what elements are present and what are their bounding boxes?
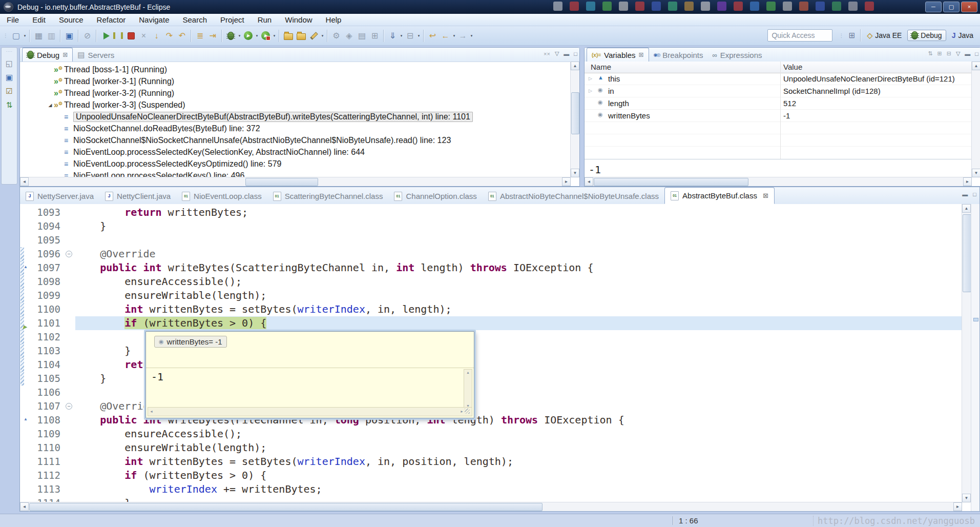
maximize-view-icon[interactable]: □	[574, 51, 577, 57]
code-text[interactable]: writerIndex += writtenBytes;	[75, 482, 962, 496]
dropdown-arrow-icon[interactable]: ▾	[255, 34, 259, 38]
line-number[interactable]: 1100	[29, 302, 64, 316]
current-line-marker[interactable]	[973, 318, 978, 321]
code-text[interactable]: ensureAccessible();	[75, 427, 962, 441]
column-divider[interactable]	[780, 62, 781, 159]
taskbar-app-icon[interactable]	[848, 2, 858, 11]
dropdown-arrow-icon[interactable]: ▾	[469, 34, 474, 38]
maximize-view-icon[interactable]: □	[975, 51, 978, 57]
line-number[interactable]: 1099	[29, 289, 64, 302]
open-perspective-icon[interactable]: ⊞	[845, 29, 858, 42]
minimize-view-icon[interactable]: ▬	[965, 51, 970, 57]
menu-search[interactable]: Search	[176, 15, 214, 24]
menu-help[interactable]: Help	[319, 15, 348, 24]
code-line[interactable]: 1094 }	[20, 219, 962, 233]
tree-expander-icon[interactable]: ▷	[589, 76, 592, 81]
collapse-icon[interactable]: −	[66, 403, 72, 410]
show-logical-structure-icon[interactable]: ⊞	[937, 50, 942, 57]
taskbar-app-icon[interactable]	[816, 2, 825, 11]
stack-frame-row[interactable]: ≡NioEventLoop.processSelectedKey(Selecti…	[20, 146, 571, 158]
scroll-left-arrow[interactable]: ◄	[20, 177, 29, 186]
dropdown-arrow-icon[interactable]: ▾	[237, 34, 242, 38]
restore-views-icon[interactable]: ◱	[6, 59, 13, 68]
scroll-right-arrow[interactable]: ►	[460, 410, 464, 413]
menu-run[interactable]: Run	[251, 15, 279, 24]
line-number[interactable]: 1096	[29, 247, 64, 261]
code-line[interactable]: 1100 int writtenBytes = setBytes(writerI…	[20, 302, 962, 316]
tree-expander-icon[interactable]: ◢	[47, 103, 54, 108]
line-number[interactable]: 1101	[29, 316, 64, 330]
tree-expander-icon[interactable]: ▷	[589, 88, 592, 93]
code-line[interactable]: 1098 ensureAccessible();	[20, 275, 962, 289]
minimize-view-icon[interactable]: ▬	[564, 51, 569, 57]
dropdown-arrow-icon[interactable]: ▾	[399, 34, 404, 38]
taskbar-app-icon[interactable]	[701, 2, 710, 11]
scroll-down-arrow[interactable]: ▼	[962, 494, 971, 502]
open-console-icon[interactable]: ▣	[63, 29, 76, 43]
editor-vertical-scrollbar[interactable]: ▲ ▼	[962, 204, 971, 502]
code-text[interactable]: ensureAccessible();	[75, 275, 962, 289]
close-button[interactable]: ×	[961, 2, 977, 12]
console-view-icon[interactable]: ▣	[6, 73, 13, 82]
code-text[interactable]: ensureWritable(length);	[75, 441, 962, 455]
code-text[interactable]: @Override	[75, 247, 962, 261]
close-tab-icon[interactable]: ⊠	[638, 51, 643, 58]
minimize-button[interactable]: ─	[925, 2, 942, 12]
stack-frame-row[interactable]: ≡NioEventLoop.processSelectedKeysOptimiz…	[20, 158, 571, 170]
step-over-icon[interactable]: ↷	[163, 29, 176, 43]
code-line[interactable]: 1110 ensureWritable(length);	[20, 441, 962, 455]
taskbar-app-icon[interactable]	[865, 2, 874, 11]
remove-terminated-icon[interactable]: ××	[544, 51, 550, 57]
taskbar-app-icon[interactable]	[635, 2, 644, 11]
menu-file[interactable]: File	[0, 15, 26, 24]
dropdown-arrow-icon[interactable]: ▾	[320, 34, 325, 38]
code-text[interactable]: if (writtenBytes > 0) {	[75, 316, 962, 330]
detail-pane-divider[interactable]	[585, 159, 972, 159]
taskbar-app-icon[interactable]	[766, 2, 776, 11]
code-text[interactable]: if (writtenBytes > 0) {	[75, 469, 962, 482]
collapse-all-icon[interactable]: ⊟	[947, 50, 951, 57]
taskbar-app-icon[interactable]	[832, 2, 841, 11]
perspective-java-ee[interactable]: ◇Java EE	[863, 30, 905, 40]
editor-tab-abstractniobytechannel-niobyteunsafe-class[interactable]: 01AbstractNioByteChannel$NioByteUnsafe.c…	[483, 188, 664, 204]
scroll-right-arrow[interactable]: ►	[562, 177, 571, 186]
edit-icon[interactable]	[307, 29, 320, 43]
last-edit-location-icon[interactable]: ↩	[426, 29, 439, 43]
taskbar-app-icon[interactable]	[717, 2, 726, 11]
disconnect-icon[interactable]: ×	[137, 29, 150, 43]
code-line[interactable]: 1111 int writtenBytes = setBytes(writerI…	[20, 455, 962, 469]
maximize-editor-icon[interactable]: □	[973, 191, 976, 197]
coverage-icon[interactable]: ▶	[259, 29, 272, 43]
stack-frame-row[interactable]: ≡NioEventLoop.processSelectedKeys() line…	[20, 170, 571, 177]
view-menu-icon[interactable]: ▽	[956, 50, 960, 57]
code-line[interactable]: ▶1101 if (writtenBytes > 0) {	[20, 316, 962, 330]
stack-frame-row[interactable]: ≡NioSocketChannel$NioSocketChannelUnsafe…	[20, 134, 571, 146]
taskbar-app-icon[interactable]	[684, 2, 694, 11]
quick-access-input[interactable]: Quick Access	[767, 29, 832, 42]
code-text[interactable]: int writtenBytes = setBytes(writerIndex,…	[75, 455, 962, 469]
close-tab-icon[interactable]: ⊠	[763, 192, 768, 199]
new-wizard-icon[interactable]: ▢	[10, 29, 23, 43]
line-number[interactable]: 1109	[29, 427, 64, 441]
variable-row[interactable]: ◉length512	[585, 97, 972, 110]
dropdown-arrow-icon[interactable]: ▾	[416, 34, 421, 38]
taskbar-app-icon[interactable]	[734, 2, 743, 11]
run-icon[interactable]: ▶	[242, 29, 255, 43]
thread-row[interactable]: »⚙Thread [worker-3-2] (Running)	[20, 87, 571, 99]
popup-horizontal-scrollbar[interactable]: ◄ ►	[148, 407, 472, 416]
skip-breakpoints-icon[interactable]: ⊘	[81, 29, 94, 43]
editor-tab-channeloption-class[interactable]: 01ChannelOption.class	[388, 188, 482, 204]
taskbar-app-icon[interactable]	[570, 2, 579, 11]
table-icon[interactable]: ⊞	[368, 29, 381, 43]
code-text[interactable]: return writtenBytes;	[75, 206, 962, 219]
code-line[interactable]: ▲1097 public int writeBytes(ScatteringBy…	[20, 261, 962, 275]
line-number[interactable]: 1105	[29, 372, 64, 386]
plugin-icon[interactable]: ⚙	[330, 29, 343, 43]
line-number[interactable]: 1112	[29, 469, 64, 482]
code-line[interactable]: 1109 ensureAccessible();	[20, 427, 962, 441]
line-number[interactable]: 1110	[29, 441, 64, 455]
close-tab-icon[interactable]: ⊠	[62, 51, 68, 58]
pull-down-icon[interactable]: ⇓	[386, 29, 399, 43]
code-line[interactable]: 1093 return writtenBytes;	[20, 206, 962, 219]
taskbar-app-icon[interactable]	[586, 2, 595, 11]
